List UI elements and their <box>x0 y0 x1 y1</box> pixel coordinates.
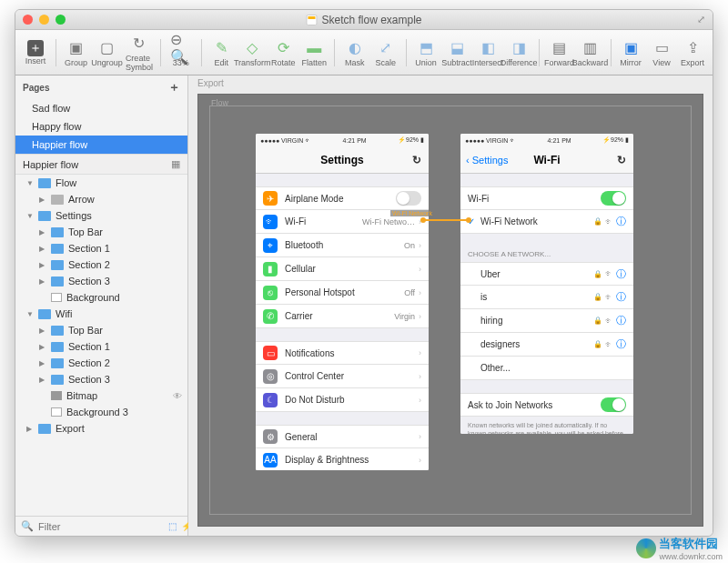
layer-item[interactable]: Section 1 <box>15 240 187 256</box>
forward-button[interactable]: ▤Forward <box>545 36 574 69</box>
zoom-control[interactable]: ⊖🔍33% <box>167 36 196 69</box>
layer-item[interactable]: Export <box>15 420 187 437</box>
settings-row[interactable]: ⎋Personal HotspotOff› <box>256 281 429 305</box>
refresh-icon[interactable]: ↻ <box>412 154 421 166</box>
mirror-button[interactable]: ▣Mirror <box>616 36 645 69</box>
back-button[interactable]: ‹ Settings <box>466 155 508 166</box>
view-button[interactable]: ▭View <box>647 36 676 69</box>
flatten-button[interactable]: ▬Flatten <box>299 36 329 69</box>
scale-button[interactable]: ⤢Scale <box>371 36 400 69</box>
info-icon[interactable]: ⓘ <box>616 314 626 327</box>
settings-row[interactable]: ▮Cellular› <box>256 257 429 281</box>
settings-row[interactable]: ☾Do Not Disturb› <box>256 388 429 412</box>
ask-to-join-row[interactable]: Ask to Join Networks <box>460 393 633 417</box>
info-icon[interactable]: ⓘ <box>616 215 626 228</box>
network-row[interactable]: is🔒ᯤⓘ <box>460 286 633 309</box>
insert-button[interactable]: ＋Insert <box>21 38 50 67</box>
network-row[interactable]: Uber🔒ᯤⓘ <box>460 262 633 286</box>
minimize-button[interactable] <box>39 15 49 25</box>
layer-item[interactable]: Settings <box>15 207 187 224</box>
footnote-text: Known networks will be joined automatica… <box>460 417 633 434</box>
pages-header: Pages ＋ <box>15 75 187 99</box>
union-button[interactable]: ⬒Union <box>411 36 440 69</box>
settings-row[interactable]: AADisplay & Brightness› <box>256 448 429 470</box>
info-icon[interactable]: ⓘ <box>616 337 626 351</box>
network-row[interactable]: designers🔒ᯤⓘ <box>460 333 633 357</box>
maximize-button[interactable] <box>56 15 66 25</box>
visibility-icon[interactable]: 👁 <box>173 391 182 401</box>
settings-row[interactable]: ✈Airplane Mode <box>256 186 429 210</box>
info-icon[interactable]: ⓘ <box>616 290 626 304</box>
layer-item[interactable]: Arrow <box>15 191 187 207</box>
layer-item[interactable]: Wifi <box>15 306 187 322</box>
row-icon: AA <box>263 453 278 467</box>
artboard-icon: ▦ <box>171 158 180 170</box>
network-row[interactable]: hiring🔒ᯤⓘ <box>460 309 633 333</box>
search-icon: 🔍 <box>21 520 34 532</box>
backward-button[interactable]: ▥Backward <box>576 36 605 69</box>
layer-item[interactable]: Bitmap👁 <box>15 387 187 404</box>
wifi-toggle-row[interactable]: Wi-Fi <box>460 186 633 210</box>
layer-item[interactable]: Section 3 <box>15 273 187 289</box>
document-icon <box>306 15 317 25</box>
layer-item[interactable]: Flow <box>15 175 187 191</box>
settings-row[interactable]: ⚙General› <box>256 425 429 448</box>
settings-row[interactable]: ◎Control Center› <box>256 365 429 388</box>
layer-item[interactable]: Section 2 <box>15 256 187 273</box>
artboard-wifi[interactable]: Wifi ●●●●● VIRGIN ᯤ 4:21 PM ⚡92% ▮ ‹ Set… <box>460 134 633 434</box>
transform-button[interactable]: ◇Transform <box>238 36 267 69</box>
mask-button[interactable]: ◐Mask <box>340 36 369 69</box>
switch-icon[interactable] <box>601 397 626 412</box>
switch-icon[interactable] <box>396 191 421 206</box>
canvas[interactable]: Flow Settings ●●●●● VIRGIN ᯤ 4:21 PM ⚡92… <box>197 94 703 527</box>
refresh-icon[interactable]: ↻ <box>617 154 626 166</box>
subtract-button[interactable]: ⬓Subtract <box>442 36 471 69</box>
nav-bar: ‹ Settings Wi-Fi ↻ <box>460 146 633 174</box>
layer-item[interactable]: Section 2 <box>15 355 187 371</box>
add-page-button[interactable]: ＋ <box>168 79 180 96</box>
layer-item[interactable]: Background <box>15 289 187 306</box>
status-bar: ●●●●● VIRGIN ᯤ 4:21 PM ⚡92% ▮ <box>256 134 429 146</box>
layer-item[interactable]: Top Bar <box>15 224 187 240</box>
row-icon: ⎋ <box>263 286 278 300</box>
close-button[interactable] <box>23 15 33 25</box>
flow-connector-label: Wi-Fi Network <box>390 210 434 216</box>
fullscreen-icon[interactable]: ⤢ <box>697 14 705 25</box>
edit-button[interactable]: ✎Edit <box>207 36 236 69</box>
difference-button[interactable]: ◨Difference <box>504 36 533 69</box>
artboard-settings[interactable]: Settings ●●●●● VIRGIN ᯤ 4:21 PM ⚡92% ▮ S… <box>256 134 429 470</box>
layer-item[interactable]: Background 3 <box>15 404 187 420</box>
wifi-signal-icon: ᯤ <box>605 217 613 226</box>
switch-icon[interactable] <box>601 191 626 206</box>
settings-row[interactable]: ⌖BluetoothOn› <box>256 234 429 257</box>
chevron-right-icon: › <box>419 432 421 441</box>
filter-input[interactable] <box>38 521 164 532</box>
row-icon: ᯤ <box>263 215 278 229</box>
watermark-logo-icon <box>636 538 656 558</box>
settings-row[interactable]: ✆CarrierVirgin› <box>256 305 429 328</box>
filter-toggle-icon[interactable]: ⬚ <box>168 521 177 531</box>
settings-row[interactable]: ▭Notifications› <box>256 341 429 365</box>
page-item[interactable]: Sad flow <box>15 99 187 117</box>
page-item[interactable]: Happier flow <box>15 136 187 154</box>
info-icon[interactable]: ⓘ <box>616 267 626 281</box>
page-item[interactable]: Happy flow <box>15 117 187 136</box>
network-row[interactable]: Other... <box>460 357 633 380</box>
layer-item[interactable]: Top Bar <box>15 322 187 338</box>
artboard-section-header[interactable]: Happier flow ▦ <box>15 154 187 175</box>
row-icon: ◎ <box>263 369 278 384</box>
flow-connector[interactable] <box>423 219 469 221</box>
layer-item[interactable]: Section 3 <box>15 371 187 387</box>
toolbar: ＋Insert ▣Group ▢Ungroup ↻Create Symbol ⊖… <box>15 30 713 75</box>
group-button[interactable]: ▣Group <box>61 36 90 69</box>
rotate-button[interactable]: ⟳Rotate <box>268 36 298 69</box>
create-symbol-button[interactable]: ↻Create Symbol <box>123 32 155 74</box>
ungroup-button[interactable]: ▢Ungroup <box>92 36 121 69</box>
lock-icon: 🔒 <box>593 217 602 226</box>
layer-item[interactable]: Section 1 <box>15 338 187 355</box>
window-title-text: Sketch flow example <box>321 14 421 26</box>
row-icon: ☾ <box>263 393 278 407</box>
intersect-button[interactable]: ◧Intersect <box>473 36 502 69</box>
connected-network-row[interactable]: ✓ Wi-Fi Network 🔒 ᯤ ⓘ <box>460 210 633 234</box>
export-button[interactable]: ⇪Export <box>678 36 707 69</box>
